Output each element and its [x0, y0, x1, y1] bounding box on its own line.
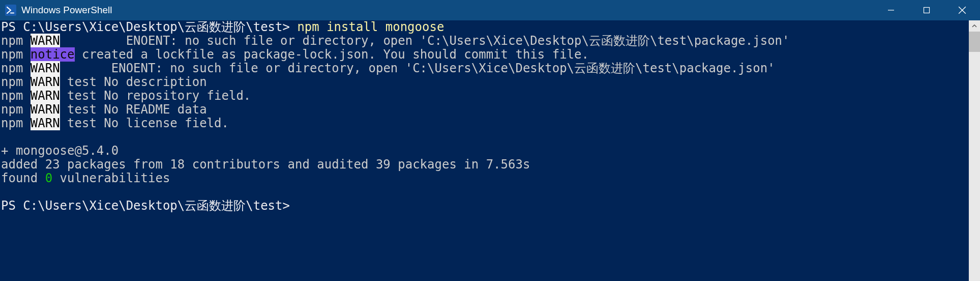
warn-label: WARN	[31, 102, 60, 117]
output-line: npm WARN test No description	[1, 75, 968, 89]
installed-line: + mongoose@5.4.0	[1, 144, 968, 158]
svg-rect-3	[924, 8, 930, 13]
window-title: Windows PowerShell	[21, 5, 873, 16]
blank-line	[1, 130, 968, 144]
npm-prefix: npm	[1, 34, 23, 48]
command-text: npm install mongoose	[297, 20, 444, 34]
prompt-path: PS C:\Users\Xice\Desktop\云函数进阶\test>	[1, 20, 297, 34]
prompt-line: PS C:\Users\Xice\Desktop\云函数进阶\test> npm…	[1, 20, 968, 34]
scrollbar-thumb[interactable]	[969, 32, 980, 52]
titlebar[interactable]: Windows PowerShell	[0, 0, 980, 20]
output-line: npm WARN test No README data	[1, 103, 968, 117]
warn-label: WARN	[31, 89, 60, 103]
notice-label: notice	[31, 47, 75, 62]
prompt-line-2: PS C:\Users\Xice\Desktop\云函数进阶\test>	[1, 199, 968, 213]
output-text: ENOENT: no such file or directory, open …	[60, 34, 790, 48]
output-text: ENOENT: no such file or directory, open …	[60, 61, 775, 75]
npm-prefix: npm	[1, 102, 23, 117]
output-text: test No repository field.	[60, 89, 251, 103]
minimize-button[interactable]	[873, 0, 909, 20]
found-suffix: vulnerabilities	[52, 171, 170, 185]
powershell-icon	[5, 5, 16, 16]
npm-prefix: npm	[1, 47, 23, 62]
output-line: npm notice created a lockfile as package…	[1, 48, 968, 62]
output-line: npm WARN ENOENT: no such file or directo…	[1, 34, 968, 48]
output-line: npm WARN ENOENT: no such file or directo…	[1, 62, 968, 75]
npm-prefix: npm	[1, 61, 23, 75]
maximize-button[interactable]	[909, 0, 944, 20]
scroll-up-arrow-icon[interactable]	[969, 20, 980, 32]
vuln-line: found 0 vulnerabilities	[1, 172, 968, 185]
blank-line	[1, 185, 968, 199]
warn-label: WARN	[31, 75, 60, 89]
npm-prefix: npm	[1, 75, 23, 89]
npm-prefix: npm	[1, 89, 23, 103]
close-button[interactable]	[944, 0, 980, 20]
output-text: test No license field.	[60, 116, 229, 130]
vuln-count: 0	[45, 171, 52, 185]
window-controls	[873, 0, 980, 20]
warn-label: WARN	[31, 34, 60, 48]
added-line: added 23 packages from 18 contributors a…	[1, 158, 968, 172]
warn-label: WARN	[31, 61, 60, 75]
powershell-window: Windows PowerShell PS C:\Users\Xice\Desk…	[0, 0, 980, 281]
output-text: created a lockfile as package-lock.json.…	[75, 47, 589, 62]
vertical-scrollbar[interactable]	[969, 20, 980, 281]
output-text: test No README data	[60, 102, 207, 117]
output-line: npm WARN test No license field.	[1, 117, 968, 130]
output-line: npm WARN test No repository field.	[1, 89, 968, 103]
warn-label: WARN	[31, 116, 60, 130]
content-area: PS C:\Users\Xice\Desktop\云函数进阶\test> npm…	[0, 20, 980, 281]
npm-prefix: npm	[1, 116, 23, 130]
terminal-output[interactable]: PS C:\Users\Xice\Desktop\云函数进阶\test> npm…	[0, 20, 969, 281]
found-prefix: found	[1, 171, 45, 185]
output-text: test No description	[60, 75, 207, 89]
